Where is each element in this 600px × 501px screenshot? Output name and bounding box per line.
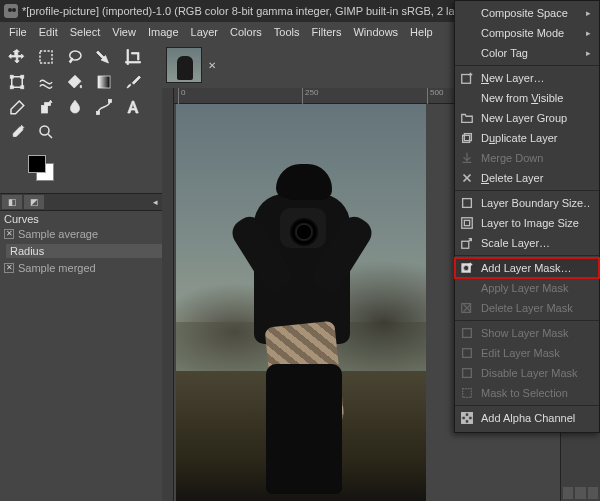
svg-rect-12 (463, 135, 470, 142)
menu-view[interactable]: View (107, 24, 141, 40)
svg-rect-5 (21, 86, 24, 89)
menu-apply-layer-mask: Apply Layer Mask (455, 278, 599, 298)
svg-rect-24 (463, 389, 472, 398)
fg-color-swatch[interactable] (28, 155, 46, 173)
menu-image[interactable]: Image (143, 24, 184, 40)
menu-scale-layer[interactable]: Scale Layer… (455, 233, 599, 253)
window-title: *[profile-picture] (imported)-1.0 (RGB c… (22, 5, 505, 17)
menu-windows[interactable]: Windows (348, 24, 403, 40)
menu-layer-to-image-size[interactable]: Layer to Image Size (455, 213, 599, 233)
warp-tool-icon[interactable] (33, 71, 59, 93)
move-tool-icon[interactable] (4, 46, 30, 68)
menu-select[interactable]: Select (65, 24, 106, 40)
ruler-vertical[interactable] (162, 88, 174, 501)
menu-filters[interactable]: Filters (307, 24, 347, 40)
svg-rect-21 (463, 329, 472, 338)
sample-average-checkbox[interactable]: ✕ (4, 229, 14, 239)
svg-rect-29 (462, 420, 466, 424)
menu-tools[interactable]: Tools (269, 24, 305, 40)
svg-rect-17 (462, 241, 469, 248)
svg-rect-27 (469, 413, 473, 417)
color-picker-tool-icon[interactable] (4, 121, 30, 143)
svg-rect-26 (462, 413, 466, 417)
svg-rect-22 (463, 349, 472, 358)
delete-mask-icon (459, 300, 475, 316)
menu-new-layer-group[interactable]: New Layer Group (455, 108, 599, 128)
menu-composite-mode[interactable]: Composite Mode▸ (455, 23, 599, 43)
paintbrush-tool-icon[interactable] (120, 71, 146, 93)
svg-point-10 (40, 126, 49, 135)
svg-rect-28 (465, 416, 469, 420)
menu-layer[interactable]: Layer (186, 24, 224, 40)
ruler-tick: 500 (427, 88, 443, 104)
delete-icon (459, 170, 475, 186)
dock-tab-1[interactable]: ◧ (2, 195, 22, 209)
menu-add-alpha-channel[interactable]: Add Alpha Channel (455, 408, 599, 428)
eraser-tool-icon[interactable] (4, 96, 30, 118)
svg-rect-9 (109, 100, 112, 103)
menu-add-layer-mask[interactable]: Add Layer Mask… (455, 258, 599, 278)
alpha-icon (459, 410, 475, 426)
dock-menu-icon[interactable]: ◂ (148, 195, 162, 209)
checkbox-icon (459, 345, 475, 361)
menu-new-from-visible[interactable]: New from Visible (455, 88, 599, 108)
folder-icon (459, 110, 475, 126)
path-tool-icon[interactable] (91, 96, 117, 118)
menu-duplicate-layer[interactable]: Duplicate Layer (455, 128, 599, 148)
image-tab-close-icon[interactable]: ✕ (206, 59, 218, 71)
menu-merge-down: Merge Down (455, 148, 599, 168)
lasso-tool-icon[interactable] (62, 46, 88, 68)
menu-layer-boundary-size[interactable]: Layer Boundary Size… (455, 193, 599, 213)
crop-tool-icon[interactable] (120, 46, 146, 68)
layer-button[interactable] (563, 487, 573, 499)
svg-rect-0 (40, 51, 52, 63)
transform-tool-icon[interactable] (4, 71, 30, 93)
radius-field[interactable]: Radius (6, 244, 186, 258)
sample-merged-checkbox[interactable]: ✕ (4, 263, 14, 273)
merge-down-icon (459, 150, 475, 166)
menu-color-tag[interactable]: Color Tag▸ (455, 43, 599, 63)
zoom-tool-icon[interactable] (33, 121, 59, 143)
svg-rect-30 (469, 420, 473, 424)
menu-file[interactable]: File (4, 24, 32, 40)
panel-title: Curves (0, 211, 162, 227)
layer-button[interactable] (588, 487, 598, 499)
menu-composite-space[interactable]: Composite Space▸ (455, 3, 599, 23)
left-dock: ◧ ◩ ◂ Curves ✕ Sample average Radius ▲ ▼ (0, 42, 162, 501)
svg-rect-7 (42, 106, 48, 114)
svg-rect-3 (21, 75, 24, 78)
menu-disable-layer-mask: Disable Layer Mask (455, 363, 599, 383)
new-layer-icon (459, 70, 475, 86)
checkbox-icon (459, 325, 475, 341)
gradient-tool-icon[interactable] (91, 71, 117, 93)
menu-edit[interactable]: Edit (34, 24, 63, 40)
clone-tool-icon[interactable] (33, 96, 59, 118)
radius-label: Radius (10, 245, 44, 257)
ruler-tick: 0 (178, 88, 185, 104)
svg-rect-6 (98, 76, 110, 88)
boundary-icon (459, 195, 475, 211)
menu-new-layer[interactable]: New Layer… (455, 68, 599, 88)
smudge-tool-icon[interactable] (62, 96, 88, 118)
fuzzy-select-tool-icon[interactable] (91, 46, 117, 68)
text-tool-icon[interactable] (120, 96, 146, 118)
menu-delete-layer-mask: Delete Layer Mask (455, 298, 599, 318)
svg-rect-15 (462, 218, 473, 229)
layer-button[interactable] (575, 487, 585, 499)
add-mask-icon (459, 260, 475, 276)
rect-select-tool-icon[interactable] (33, 46, 59, 68)
menu-edit-layer-mask: Edit Layer Mask (455, 343, 599, 363)
color-swatches[interactable] (28, 155, 58, 183)
image-tab-thumbnail[interactable] (166, 47, 202, 83)
svg-rect-23 (463, 369, 472, 378)
menu-delete-layer[interactable]: Delete Layer (455, 168, 599, 188)
menu-mask-to-selection: Mask to Selection (455, 383, 599, 403)
svg-rect-11 (462, 75, 471, 84)
bucket-tool-icon[interactable] (62, 71, 88, 93)
svg-rect-8 (97, 112, 100, 115)
menu-help[interactable]: Help (405, 24, 438, 40)
scale-icon (459, 235, 475, 251)
dock-tab-2[interactable]: ◩ (24, 195, 44, 209)
svg-rect-2 (10, 75, 13, 78)
menu-colors[interactable]: Colors (225, 24, 267, 40)
